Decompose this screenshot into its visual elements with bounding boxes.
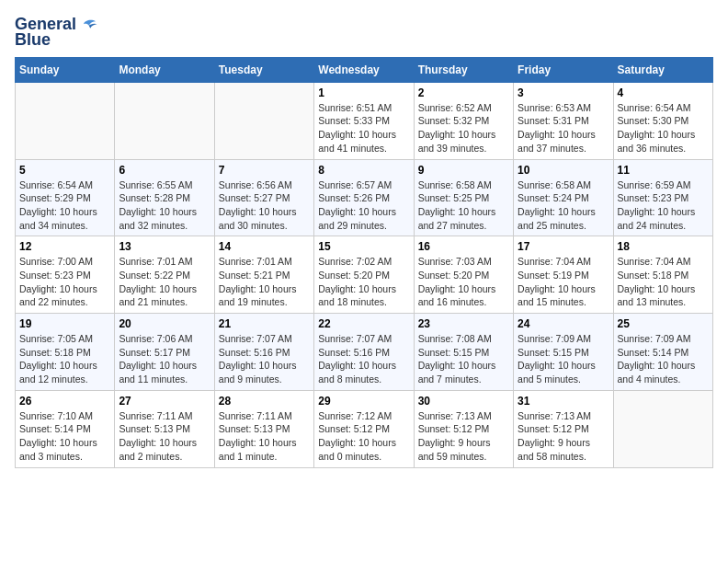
day-number: 15: [318, 240, 409, 253]
day-info: Sunrise: 6:54 AM Sunset: 5:29 PM Dayligh…: [19, 178, 110, 233]
day-info: Sunrise: 7:11 AM Sunset: 5:13 PM Dayligh…: [119, 409, 210, 464]
week-row-5: 26Sunrise: 7:10 AM Sunset: 5:14 PM Dayli…: [16, 390, 713, 467]
day-info: Sunrise: 7:11 AM Sunset: 5:13 PM Dayligh…: [219, 409, 310, 464]
day-info: Sunrise: 6:55 AM Sunset: 5:28 PM Dayligh…: [119, 178, 210, 233]
calendar-cell: 14Sunrise: 7:01 AM Sunset: 5:21 PM Dayli…: [214, 236, 313, 314]
calendar-cell: [115, 82, 214, 159]
day-info: Sunrise: 7:09 AM Sunset: 5:14 PM Dayligh…: [618, 332, 709, 386]
calendar-cell: 2Sunrise: 6:52 AM Sunset: 5:32 PM Daylig…: [414, 82, 513, 159]
day-number: 18: [618, 240, 709, 253]
day-info: Sunrise: 7:12 AM Sunset: 5:12 PM Dayligh…: [318, 409, 409, 464]
day-number: 1: [318, 86, 409, 99]
day-info: Sunrise: 7:02 AM Sunset: 5:20 PM Dayligh…: [318, 255, 409, 309]
day-number: 22: [318, 317, 409, 330]
calendar-cell: 8Sunrise: 6:57 AM Sunset: 5:26 PM Daylig…: [314, 159, 414, 236]
day-number: 3: [518, 86, 609, 99]
calendar-cell: 18Sunrise: 7:04 AM Sunset: 5:18 PM Dayli…: [613, 236, 712, 314]
day-info: Sunrise: 7:10 AM Sunset: 5:14 PM Dayligh…: [19, 409, 110, 464]
header-day-saturday: Saturday: [613, 57, 712, 82]
calendar-cell: 23Sunrise: 7:08 AM Sunset: 5:15 PM Dayli…: [414, 314, 513, 391]
calendar-cell: 22Sunrise: 7:07 AM Sunset: 5:16 PM Dayli…: [314, 314, 414, 391]
week-row-4: 19Sunrise: 7:05 AM Sunset: 5:18 PM Dayli…: [16, 314, 713, 391]
calendar-cell: 11Sunrise: 6:59 AM Sunset: 5:23 PM Dayli…: [613, 159, 712, 236]
day-info: Sunrise: 7:01 AM Sunset: 5:21 PM Dayligh…: [219, 255, 310, 309]
day-number: 12: [19, 240, 110, 253]
header-day-friday: Friday: [514, 57, 613, 82]
calendar-cell: 15Sunrise: 7:02 AM Sunset: 5:20 PM Dayli…: [314, 236, 414, 314]
day-number: 29: [318, 395, 409, 408]
calendar-cell: 20Sunrise: 7:06 AM Sunset: 5:17 PM Dayli…: [115, 314, 214, 391]
header: General Blue: [15, 15, 713, 50]
day-number: 14: [219, 240, 310, 253]
calendar-cell: [214, 82, 313, 159]
day-number: 25: [618, 317, 709, 330]
day-info: Sunrise: 7:09 AM Sunset: 5:15 PM Dayligh…: [518, 332, 609, 386]
logo: General Blue: [15, 15, 98, 50]
calendar-cell: 24Sunrise: 7:09 AM Sunset: 5:15 PM Dayli…: [514, 314, 613, 391]
day-number: 5: [19, 164, 110, 177]
calendar-cell: [613, 390, 712, 467]
week-row-3: 12Sunrise: 7:00 AM Sunset: 5:23 PM Dayli…: [16, 236, 713, 314]
calendar-cell: 21Sunrise: 7:07 AM Sunset: 5:16 PM Dayli…: [214, 314, 313, 391]
calendar-cell: 13Sunrise: 7:01 AM Sunset: 5:22 PM Dayli…: [115, 236, 214, 314]
week-row-1: 1Sunrise: 6:51 AM Sunset: 5:33 PM Daylig…: [16, 82, 713, 159]
day-number: 21: [219, 317, 310, 330]
day-number: 8: [318, 164, 409, 177]
calendar-table: SundayMondayTuesdayWednesdayThursdayFrid…: [15, 57, 713, 468]
calendar-cell: [16, 82, 115, 159]
day-info: Sunrise: 7:00 AM Sunset: 5:23 PM Dayligh…: [19, 255, 110, 309]
day-number: 6: [119, 164, 210, 177]
calendar-cell: 28Sunrise: 7:11 AM Sunset: 5:13 PM Dayli…: [214, 390, 313, 467]
day-info: Sunrise: 7:01 AM Sunset: 5:22 PM Dayligh…: [119, 255, 210, 309]
day-info: Sunrise: 7:07 AM Sunset: 5:16 PM Dayligh…: [219, 332, 310, 386]
calendar-cell: 9Sunrise: 6:58 AM Sunset: 5:25 PM Daylig…: [414, 159, 513, 236]
header-day-thursday: Thursday: [414, 57, 513, 82]
day-info: Sunrise: 6:53 AM Sunset: 5:31 PM Dayligh…: [518, 101, 609, 155]
calendar-cell: 26Sunrise: 7:10 AM Sunset: 5:14 PM Dayli…: [16, 390, 115, 467]
day-info: Sunrise: 7:03 AM Sunset: 5:20 PM Dayligh…: [418, 255, 509, 309]
day-number: 19: [19, 317, 110, 330]
day-number: 10: [518, 164, 609, 177]
calendar-cell: 7Sunrise: 6:56 AM Sunset: 5:27 PM Daylig…: [214, 159, 313, 236]
day-number: 16: [418, 240, 509, 253]
day-info: Sunrise: 7:04 AM Sunset: 5:19 PM Dayligh…: [518, 255, 609, 309]
calendar-cell: 5Sunrise: 6:54 AM Sunset: 5:29 PM Daylig…: [16, 159, 115, 236]
calendar-cell: 31Sunrise: 7:13 AM Sunset: 5:12 PM Dayli…: [514, 390, 613, 467]
day-info: Sunrise: 7:04 AM Sunset: 5:18 PM Dayligh…: [618, 255, 709, 309]
day-number: 27: [119, 395, 210, 408]
day-number: 24: [518, 317, 609, 330]
calendar-cell: 4Sunrise: 6:54 AM Sunset: 5:30 PM Daylig…: [613, 82, 712, 159]
header-day-wednesday: Wednesday: [314, 57, 414, 82]
calendar-cell: 12Sunrise: 7:00 AM Sunset: 5:23 PM Dayli…: [16, 236, 115, 314]
day-number: 26: [19, 395, 110, 408]
day-number: 23: [418, 317, 509, 330]
bird-icon: [78, 15, 98, 35]
calendar-cell: 6Sunrise: 6:55 AM Sunset: 5:28 PM Daylig…: [115, 159, 214, 236]
calendar-cell: 19Sunrise: 7:05 AM Sunset: 5:18 PM Dayli…: [16, 314, 115, 391]
day-info: Sunrise: 7:08 AM Sunset: 5:15 PM Dayligh…: [418, 332, 509, 386]
day-info: Sunrise: 6:58 AM Sunset: 5:24 PM Dayligh…: [518, 178, 609, 233]
day-info: Sunrise: 6:57 AM Sunset: 5:26 PM Dayligh…: [318, 178, 409, 233]
calendar-cell: 10Sunrise: 6:58 AM Sunset: 5:24 PM Dayli…: [514, 159, 613, 236]
calendar-cell: 1Sunrise: 6:51 AM Sunset: 5:33 PM Daylig…: [314, 82, 414, 159]
day-info: Sunrise: 6:56 AM Sunset: 5:27 PM Dayligh…: [219, 178, 310, 233]
day-info: Sunrise: 7:13 AM Sunset: 5:12 PM Dayligh…: [518, 409, 609, 464]
logo-subtext: Blue: [15, 31, 51, 50]
day-number: 20: [119, 317, 210, 330]
day-number: 31: [518, 395, 609, 408]
day-number: 30: [418, 395, 509, 408]
day-info: Sunrise: 6:59 AM Sunset: 5:23 PM Dayligh…: [618, 178, 709, 233]
header-day-tuesday: Tuesday: [214, 57, 313, 82]
day-number: 13: [119, 240, 210, 253]
calendar-cell: 25Sunrise: 7:09 AM Sunset: 5:14 PM Dayli…: [613, 314, 712, 391]
day-number: 9: [418, 164, 509, 177]
day-info: Sunrise: 7:05 AM Sunset: 5:18 PM Dayligh…: [19, 332, 110, 386]
day-info: Sunrise: 7:13 AM Sunset: 5:12 PM Dayligh…: [418, 409, 509, 464]
day-info: Sunrise: 6:58 AM Sunset: 5:25 PM Dayligh…: [418, 178, 509, 233]
day-info: Sunrise: 6:52 AM Sunset: 5:32 PM Dayligh…: [418, 101, 509, 155]
day-number: 7: [219, 164, 310, 177]
day-info: Sunrise: 6:54 AM Sunset: 5:30 PM Dayligh…: [618, 101, 709, 155]
day-info: Sunrise: 6:51 AM Sunset: 5:33 PM Dayligh…: [318, 101, 409, 155]
day-number: 28: [219, 395, 310, 408]
day-number: 2: [418, 86, 509, 99]
